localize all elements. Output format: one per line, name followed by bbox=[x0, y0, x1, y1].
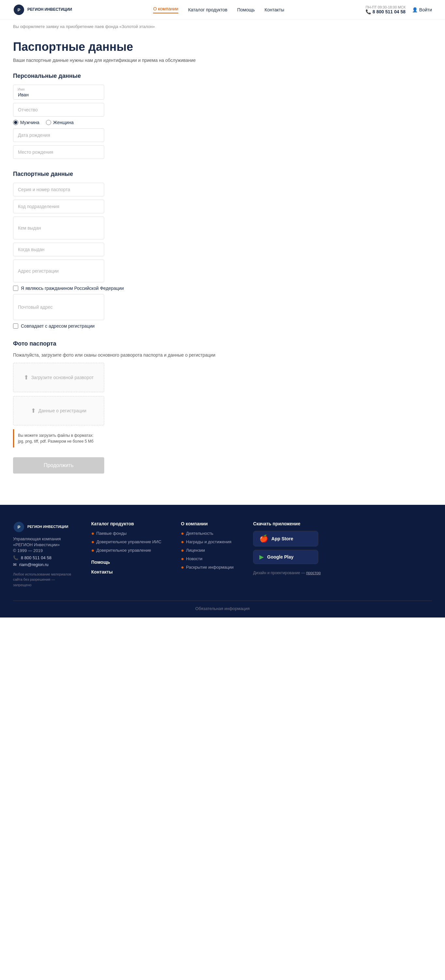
footer-link-activity[interactable]: ● Деятельность bbox=[181, 531, 234, 536]
footer-disclaimer: Любое использование материалов сайта без… bbox=[13, 571, 72, 588]
phone-block: ПН-ПТ 09:30-18:00 МСК 📞 8 800 511 04 58 bbox=[365, 5, 405, 14]
passport-division-group bbox=[13, 200, 280, 213]
passport-issued-by-input[interactable] bbox=[13, 216, 104, 239]
reg-address-group bbox=[13, 259, 280, 282]
birthdate-input[interactable] bbox=[13, 128, 104, 142]
footer-bottom: Обязательная информация bbox=[13, 601, 432, 611]
nav-contacts[interactable]: Контакты bbox=[265, 7, 284, 13]
google-play-button[interactable]: ▶ Google Play bbox=[253, 550, 318, 564]
passport-issued-date-input[interactable] bbox=[13, 243, 104, 256]
photo-section: Фото паспорта Пожалуйста, загрузите фото… bbox=[13, 340, 280, 474]
upload-icon: ⬆ bbox=[24, 374, 29, 381]
dot-icon: ● bbox=[91, 531, 94, 536]
upload-reg-label: Данные о регистрации bbox=[38, 408, 86, 413]
dot-icon: ● bbox=[91, 548, 94, 553]
passport-series-group bbox=[13, 183, 280, 196]
main-nav: О компании Каталог продуктов Помощь Конт… bbox=[153, 6, 284, 13]
footer-link-licenses[interactable]: ● Лицензии bbox=[181, 548, 234, 553]
reg-address-input[interactable] bbox=[13, 259, 104, 282]
citizenship-group: Я являюсь гражданином Российской Федерац… bbox=[13, 286, 280, 291]
same-as-reg-group: Совпадает с адресом регистрации bbox=[13, 323, 280, 329]
same-as-reg-checkbox[interactable] bbox=[13, 323, 18, 329]
footer-help-title: Помощь bbox=[91, 560, 161, 565]
upload-reg-icon: ⬆ bbox=[31, 407, 36, 414]
footer-email-row: ✉ riam@region.ru bbox=[13, 562, 72, 567]
passport-series-input[interactable] bbox=[13, 183, 104, 196]
gender-male-radio[interactable] bbox=[13, 120, 18, 125]
google-play-label: Google Play bbox=[267, 554, 293, 560]
name-field-group: Имя bbox=[13, 85, 280, 100]
passport-section: Паспортные данные Я являюсь гражданином … bbox=[13, 171, 280, 329]
birthplace-input[interactable] bbox=[13, 145, 104, 159]
page-title: Паспортные данные bbox=[13, 40, 280, 54]
footer: Р РЕГИОН ИНВЕСТИЦИИ Управляющая компания… bbox=[0, 505, 445, 617]
footer-catalog-title: Каталог продуктов bbox=[91, 521, 161, 526]
footer-catalog-col: Каталог продуктов ● Паевые фонды ● Довер… bbox=[91, 521, 161, 587]
footer-logo: Р РЕГИОН ИНВЕСТИЦИИ bbox=[13, 521, 72, 533]
app-store-label: App Store bbox=[271, 536, 293, 541]
patronymic-field-group bbox=[13, 103, 280, 116]
footer-link-news[interactable]: ● Новости bbox=[181, 556, 234, 562]
footer-design-link[interactable]: простор bbox=[306, 571, 321, 575]
name-input[interactable] bbox=[13, 85, 104, 100]
nav-about[interactable]: О компании bbox=[153, 6, 178, 13]
same-as-reg-label[interactable]: Совпадает с адресом регистрации bbox=[13, 323, 280, 329]
gender-female-radio[interactable] bbox=[46, 120, 51, 125]
footer-app-col: Скачать приложение 🍎 App Store ▶ Google … bbox=[253, 521, 321, 587]
name-input-wrapper: Имя bbox=[13, 85, 104, 100]
birthplace-field-group bbox=[13, 145, 280, 159]
citizenship-checkbox[interactable] bbox=[13, 286, 18, 291]
photo-subtitle: Пожалуйста, загрузите фото или сканы осн… bbox=[13, 352, 280, 358]
footer-link-trust[interactable]: ● Доверительное управление bbox=[91, 548, 161, 553]
dot-icon: ● bbox=[181, 548, 184, 553]
phone-hours: ПН-ПТ 09:30-18:00 МСК bbox=[365, 5, 405, 9]
google-play-icon: ▶ bbox=[259, 554, 264, 560]
footer-link-awards[interactable]: ● Награды и достижения bbox=[181, 539, 234, 544]
upload-reg-box[interactable]: ⬆ Данные о регистрации bbox=[13, 396, 104, 425]
footer-link-disclosure[interactable]: ● Раскрытие информации bbox=[181, 565, 234, 570]
footer-design: Дизайн и проектирование — простор bbox=[253, 571, 321, 575]
footer-logo-col: Р РЕГИОН ИНВЕСТИЦИИ Управляющая компания… bbox=[13, 521, 72, 587]
phone-number[interactable]: 📞 8 800 511 04 58 bbox=[365, 9, 405, 14]
dot-icon: ● bbox=[181, 539, 184, 544]
footer-phone-icon: 📞 bbox=[13, 555, 18, 560]
svg-text:Р: Р bbox=[18, 525, 21, 530]
gender-radio-group: Мужчина Женщина bbox=[13, 120, 280, 125]
photo-section-title: Фото паспорта bbox=[13, 340, 280, 347]
nav-help[interactable]: Помощь bbox=[237, 7, 255, 13]
footer-phone-row: 📞 8 800 511 04 58 bbox=[13, 555, 72, 560]
passport-division-input[interactable] bbox=[13, 200, 104, 213]
breadcrumb: Вы оформляете заявку на приобретение пае… bbox=[0, 19, 445, 33]
nav-catalog[interactable]: Каталог продуктов bbox=[188, 7, 227, 13]
svg-text:Р: Р bbox=[18, 8, 21, 13]
login-button[interactable]: 👤 Войти bbox=[412, 7, 432, 13]
footer-company-col: О компании ● Деятельность ● Награды и до… bbox=[181, 521, 234, 587]
logo-text: РЕГИОН ИНВЕСТИЦИИ bbox=[27, 7, 72, 12]
footer-top: Р РЕГИОН ИНВЕСТИЦИИ Управляющая компания… bbox=[13, 521, 432, 587]
logo[interactable]: Р РЕГИОН ИНВЕСТИЦИИ bbox=[13, 4, 72, 16]
personal-section: Персональные данные Имя Мужчина Женщина bbox=[13, 73, 280, 159]
footer-company-name: Управляющая компания«РЕГИОН Инвестиции»©… bbox=[13, 536, 72, 554]
name-float-label: Имя bbox=[18, 87, 24, 91]
upload-main-label: Загрузите основной разворот bbox=[31, 375, 94, 380]
citizenship-checkbox-label[interactable]: Я являюсь гражданином Российской Федерац… bbox=[13, 286, 280, 291]
personal-section-title: Персональные данные bbox=[13, 73, 280, 80]
passport-section-title: Паспортные данные bbox=[13, 171, 280, 178]
dot-icon: ● bbox=[91, 539, 94, 544]
footer-link-iis[interactable]: ● Доверительное управление ИИС bbox=[91, 539, 161, 544]
footer-email: riam@region.ru bbox=[19, 562, 49, 567]
footer-contacts-title: Контакты bbox=[91, 569, 161, 574]
page-subtitle: Ваши паспортные данные нужны нам для иде… bbox=[13, 58, 280, 63]
upload-main-box[interactable]: ⬆ Загрузите основной разворот bbox=[13, 363, 104, 392]
footer-link-mutual-funds[interactable]: ● Паевые фонды bbox=[91, 531, 161, 536]
dot-icon: ● bbox=[181, 565, 184, 570]
gender-male-label[interactable]: Мужчина bbox=[13, 120, 40, 125]
dot-icon: ● bbox=[181, 556, 184, 562]
user-icon: 👤 bbox=[412, 7, 418, 13]
footer-phone: 8 800 511 04 58 bbox=[21, 555, 51, 560]
gender-female-label[interactable]: Женщина bbox=[46, 120, 73, 125]
postal-address-input[interactable] bbox=[13, 294, 104, 320]
app-store-button[interactable]: 🍎 App Store bbox=[253, 531, 318, 547]
continue-button[interactable]: Продолжить bbox=[13, 457, 104, 474]
patronymic-input[interactable] bbox=[13, 103, 104, 116]
